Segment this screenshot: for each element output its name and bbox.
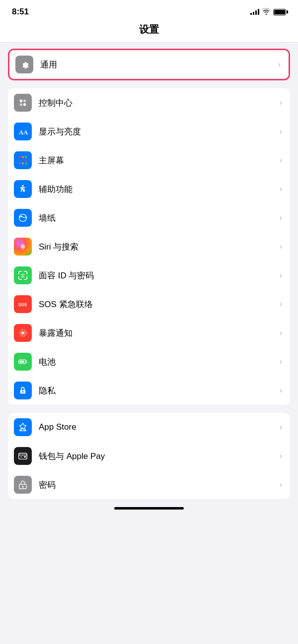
sos-label: SOS 紧急联络 [39,299,278,310]
wallet-label: 钱包与 Apple Pay [39,451,278,462]
settings-item-wallet[interactable]: 钱包与 Apple Pay › [8,442,290,470]
battery-icon [273,9,286,15]
svg-point-18 [21,274,22,275]
status-bar: 8:51 [0,0,298,21]
control-center-chevron: › [280,98,282,107]
wallpaper-label: 墙纸 [39,212,278,224]
general-chevron: › [278,60,281,69]
svg-rect-11 [19,163,21,165]
svg-point-15 [19,214,27,222]
svg-point-14 [22,185,24,187]
settings-item-privacy[interactable]: 隐私 › [8,376,290,405]
svg-point-22 [21,331,24,334]
svg-rect-13 [25,163,27,165]
page-title-bar: 设置 [0,21,298,43]
store-group: App Store › 钱包与 Apple Pay › 密码 › [8,413,290,499]
siri-icon-svg [17,241,28,252]
wallpaper-icon-svg [17,212,28,223]
svg-point-1 [23,100,26,103]
svg-rect-29 [19,453,27,459]
wallpaper-chevron: › [280,213,282,222]
settings-item-exposure[interactable]: 暴露通知 › [8,319,290,347]
accessibility-icon-svg [17,184,28,194]
home-indicator [114,507,184,510]
settings-item-faceid[interactable]: 面容 ID 与密码 › [8,261,290,290]
svg-rect-26 [20,361,24,363]
exposure-chevron: › [280,328,282,337]
wallet-chevron: › [280,451,282,460]
accessibility-chevron: › [280,185,282,193]
svg-rect-10 [25,159,27,161]
display-chevron: › [280,127,282,136]
display-icon: AA [14,123,32,140]
svg-rect-7 [25,156,27,158]
passwords-chevron: › [280,480,282,489]
homescreen-label: 主屏幕 [39,155,278,166]
svg-rect-5 [19,156,21,158]
wallet-icon [14,447,32,465]
homescreen-chevron: › [280,156,282,165]
svg-point-3 [23,103,26,106]
siri-icon [14,238,32,256]
faceid-label: 面容 ID 与密码 [39,270,278,281]
homescreen-icon-svg [17,155,28,166]
privacy-chevron: › [280,386,282,395]
appstore-icon-svg [17,422,28,433]
battery-setting-icon-svg [17,356,28,367]
svg-point-19 [24,274,25,275]
passwords-icon [14,476,32,494]
svg-point-0 [20,100,23,103]
faceid-icon-svg [17,270,28,281]
svg-rect-6 [22,156,24,158]
siri-label: Siri 与搜索 [39,241,278,253]
settings-item-homescreen[interactable]: 主屏幕 › [8,146,290,175]
battery-label: 电池 [39,356,278,368]
battery-setting-icon [14,353,32,371]
status-time: 8:51 [12,7,29,17]
control-icon [17,97,28,108]
system-group: 控制中心 › AA 显示与亮度 › 主屏幕 › [8,88,290,405]
svg-rect-8 [19,159,21,161]
settings-item-accessibility[interactable]: 辅助功能 › [8,175,290,203]
svg-point-16 [21,216,22,217]
display-icon-svg: AA [17,126,28,137]
passwords-label: 密码 [39,479,278,491]
privacy-icon [14,382,32,399]
settings-item-siri[interactable]: Siri 与搜索 › [8,232,290,261]
general-icon [15,56,33,73]
general-label: 通用 [40,59,276,70]
settings-item-wallpaper[interactable]: 墙纸 › [8,203,290,232]
status-icons [250,8,286,16]
privacy-label: 隐私 [39,385,278,396]
battery-chevron: › [280,357,282,366]
accessibility-icon [14,180,32,198]
appstore-chevron: › [280,423,282,432]
svg-text:AA: AA [19,129,28,136]
faceid-chevron: › [280,271,282,280]
settings-item-battery[interactable]: 电池 › [8,347,290,376]
page-title: 设置 [139,24,159,35]
wifi-icon [262,8,270,16]
signal-icon [250,9,259,15]
wallet-icon-svg [17,451,28,461]
sos-icon-svg: SOS [17,299,28,310]
sos-chevron: › [280,300,282,309]
settings-item-appstore[interactable]: App Store › [8,413,290,442]
svg-text:SOS: SOS [18,303,27,307]
settings-item-control-center[interactable]: 控制中心 › [8,88,290,117]
settings-item-general[interactable]: 通用 › [9,50,289,79]
settings-item-sos[interactable]: SOS SOS 紧急联络 › [8,290,290,319]
svg-point-2 [20,103,23,106]
faceid-icon [14,266,32,284]
appstore-icon [14,418,32,436]
control-center-icon [14,94,32,112]
display-label: 显示与亮度 [39,126,278,137]
privacy-icon-svg [17,385,28,396]
svg-point-28 [22,391,24,392]
exposure-icon-svg [17,327,28,338]
gear-icon [19,59,30,70]
sos-icon: SOS [14,295,32,313]
exposure-icon [14,324,32,342]
settings-item-passwords[interactable]: 密码 › [8,470,290,499]
settings-item-display[interactable]: AA 显示与亮度 › [8,117,290,146]
